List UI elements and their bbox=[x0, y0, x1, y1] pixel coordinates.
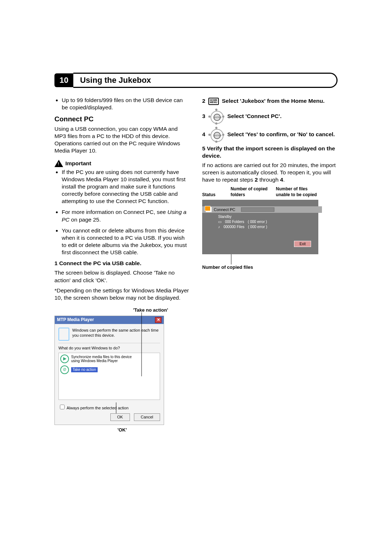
connect-pc-icon bbox=[206, 207, 212, 212]
hdr-status: Status bbox=[202, 192, 228, 198]
dependency-note: *Depending on the settings for Windows M… bbox=[54, 287, 190, 301]
folder-icon: ▭ bbox=[218, 219, 221, 224]
connect-pc-heading: Connect PC bbox=[54, 115, 190, 124]
important-bullet-2: For more information on Connect PC, see … bbox=[62, 208, 190, 223]
device-icon bbox=[58, 328, 69, 341]
chapter-number: 10 bbox=[54, 73, 73, 87]
noaction-icon: ⊘ bbox=[60, 365, 69, 374]
progress-bar bbox=[241, 207, 274, 212]
copy-limit-note: Up to 99 folders/999 files on the USB de… bbox=[62, 97, 190, 111]
hdr-copied-folders: Number of copied folders bbox=[230, 186, 273, 198]
standby-label: Standby bbox=[218, 214, 232, 219]
files-error: ( 000 error ) bbox=[248, 224, 267, 229]
step-2: 2 HOMEMENU Select 'Jukebox' from the Hom… bbox=[202, 97, 338, 105]
music-icon: ♪ bbox=[218, 224, 220, 229]
action-listbox[interactable]: ▶ Synchronize media files to this device… bbox=[58, 353, 160, 400]
step-1-heading: 1 Connect the PC via USB cable. bbox=[54, 260, 190, 267]
folders-error: ( 000 error ) bbox=[248, 219, 267, 224]
important-bullet-3: You cannot edit or delete albums from th… bbox=[62, 227, 190, 256]
import-screen-figure: Status Number of copied folders Number o… bbox=[202, 186, 318, 271]
step-5-heading: 5 Verify that the import screen is displ… bbox=[202, 145, 338, 159]
chapter-heading: 10 Using the Jukebox bbox=[54, 73, 338, 88]
step-4: 4 ENTER Select 'Yes' to confirm, or 'No'… bbox=[202, 127, 338, 143]
dialog-title: MTP Media Player bbox=[57, 317, 94, 323]
always-perform-input[interactable] bbox=[60, 405, 65, 409]
exit-button[interactable]: Exit bbox=[294, 241, 311, 247]
take-no-action-option[interactable]: Take no action bbox=[71, 367, 98, 372]
hdr-unable: Number of files unable to be copied bbox=[276, 186, 318, 198]
ok-callout: 'OK' bbox=[54, 427, 190, 433]
folders-count: 000 Folders bbox=[225, 219, 244, 224]
sync-option[interactable]: Synchronize media files to this deviceus… bbox=[71, 355, 132, 363]
chapter-title: Using the Jukebox bbox=[73, 73, 338, 88]
home-menu-icon: HOMEMENU bbox=[208, 98, 219, 105]
sync-icon: ▶ bbox=[60, 355, 69, 363]
ok-button[interactable]: OK bbox=[110, 413, 130, 421]
step-3: 3 ENTER Select 'Connect PC'. bbox=[202, 109, 338, 125]
copied-files-caption: Number of copied files bbox=[202, 264, 318, 271]
cancel-button[interactable]: Cancel bbox=[134, 413, 160, 421]
always-perform-checkbox[interactable]: Always perform the selected action bbox=[58, 404, 160, 410]
important-label: Important bbox=[65, 160, 91, 167]
take-no-action-callout: 'Take no action' bbox=[54, 307, 190, 313]
step-1-text: The screen below is displayed. Choose 'T… bbox=[54, 269, 190, 284]
connect-pc-intro: Using a USB connection, you can copy WMA… bbox=[54, 125, 190, 155]
dialog-intro: Windows can perform the same action each… bbox=[72, 328, 160, 341]
dpad-icon: ENTER bbox=[208, 109, 224, 125]
step-5-text: If no actions are carried out for 20 min… bbox=[202, 162, 338, 183]
connect-pc-label: Connect PC bbox=[214, 207, 235, 212]
close-icon[interactable]: ✕ bbox=[155, 317, 162, 323]
important-icon bbox=[54, 160, 63, 167]
files-count: 000000 Files bbox=[224, 224, 244, 229]
left-column: Up to 99 folders/999 files on the USB de… bbox=[54, 95, 190, 433]
manual-page: 10 Using the Jukebox Up to 99 folders/99… bbox=[54, 73, 338, 433]
dialog-prompt: What do you want Windows to do? bbox=[58, 345, 160, 351]
always-perform-label: Always perform the selected action bbox=[66, 406, 128, 410]
windows-autoplay-dialog: MTP Media Player ✕ Windows can perform t… bbox=[54, 316, 164, 425]
important-bullet-1: If the PC you are using does not current… bbox=[62, 169, 190, 205]
import-screen: Connect PC Standby ▭ 000 Folders ( 000 e… bbox=[202, 200, 318, 254]
dpad-icon: ENTER bbox=[208, 127, 224, 143]
right-column: 2 HOMEMENU Select 'Jukebox' from the Hom… bbox=[202, 95, 338, 433]
important-heading: Important bbox=[54, 160, 190, 167]
